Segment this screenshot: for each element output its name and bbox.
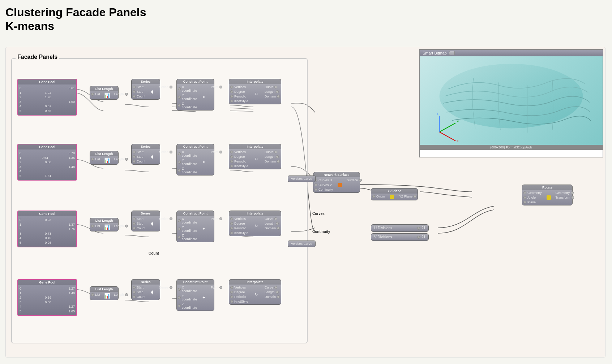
interpolate-3-label: Interpolate [229,211,281,216]
facade-panels-group: Facade Panels Gene Pool 00.61 11.24 21.2… [11,58,308,343]
gene-pool-1[interactable]: Gene Pool 00.61 11.24 21.26 31.60 40.67 … [17,79,77,116]
main-canvas: Facade Panels Gene Pool 00.61 11.24 21.2… [5,47,605,358]
interpolate-3[interactable]: Interpolate Vertices Degree Periodic Kno… [229,211,281,236]
series-4[interactable]: Series Start Step Count ⧫ Series [131,279,160,300]
vertices-curve-2: Vertices Curve [288,240,316,247]
construct-point-1-label: Construct Point [177,79,214,84]
construct-point-4[interactable]: Construct Point X coordinate Y coordinat… [176,279,214,311]
smart-bitmap-window[interactable]: Smart Bitmap [419,49,603,157]
construct-point-3-label: Construct Point [177,211,214,216]
network-surface-label: Network Surface [313,172,360,177]
list-length-4[interactable]: List Length List 📊 Length [90,286,119,300]
smart-bitmap-close-btn[interactable] [449,51,455,55]
gene-pool-1-label: Gene Pool [18,79,76,84]
gene-pool-1-values: 00.61 11.24 21.26 31.60 40.67 50.86 [20,86,75,113]
series-2[interactable]: Series Start Step Count ⧫ Series [131,144,160,165]
u-divisions-node[interactable]: U Divisions 21 [371,224,429,232]
interpolate-4-label: Interpolate [229,280,281,285]
svg-text:z: z [437,112,438,116]
series-2-label: Series [132,144,160,149]
gene-pool-4-values: 01.27 11.48 20.39 30.88 41.27 51.65 [20,286,75,314]
smart-bitmap-footer: (600x300) Format32bppArgb [420,145,603,150]
page-title: Clustering Facade Panels K-means [5,5,146,33]
list-length-1[interactable]: List Length List 📊 Length [90,86,119,100]
construct-point-2-label: Construct Point [177,144,214,149]
interpolate-2-label: Interpolate [229,144,281,149]
smart-bitmap-title-bar[interactable]: Smart Bitmap [420,50,603,56]
count-label: Count [149,251,159,255]
interpolate-1[interactable]: Interpolate Vertices Degree Periodic Kno… [229,79,281,104]
gene-pool-2[interactable]: Gene Pool 00.70 10.541.35 20.80 31.48 4 … [17,144,77,181]
construct-point-1[interactable]: Construct Point X coordinate Y coordinat… [176,79,214,110]
gene-pool-4[interactable]: Gene Pool 01.27 11.48 20.39 30.88 41.27 … [17,279,77,316]
list-length-2-label: List Length [90,151,118,156]
smart-bitmap-title-text: Smart Bitmap [423,51,447,55]
series-1-label: Series [132,79,160,84]
list-length-2[interactable]: List Length List 📊 Length [90,151,119,165]
svg-text:y: y [457,119,459,123]
series-4-label: Series [132,280,160,285]
gene-pool-3-values: 00.23 11.37 21.76 30.73 40.49 50.26 [20,218,75,245]
svg-line-2 [440,132,456,141]
list-length-1-label: List Length [90,86,118,91]
v-divisions-node[interactable]: V Divisions 21 [371,233,429,241]
interpolate-2[interactable]: Interpolate Vertices Degree Periodic Kno… [229,144,281,169]
gene-pool-2-label: Gene Pool [18,144,76,150]
u-divisions-value: 21 [421,226,425,230]
interpolate-1-label: Interpolate [229,79,281,84]
u-divisions-label: U Divisions [374,226,392,230]
rotate-label: Rotate [522,185,572,190]
rotate-node[interactable]: Rotate Geometry Angle Plane Geometry Tra… [522,185,573,205]
series-1[interactable]: Series Start Step Count ⧫ Series [131,79,160,100]
curves-label: Curves [312,212,325,216]
vertices-curve-1: Vertices Curve [288,176,316,182]
yz-plane-node[interactable]: YZ Plane Origin YZ Plane [371,188,418,200]
gene-pool-3[interactable]: Gene Pool 00.23 11.37 21.76 30.73 40.49 … [17,211,77,247]
interpolate-4[interactable]: Interpolate Vertices Degree Periodic Kno… [229,279,281,305]
svg-line-1 [440,123,456,132]
construct-point-3[interactable]: Construct Point X coordinate Y coordinat… [176,211,214,242]
gene-pool-2-values: 00.70 10.541.35 20.80 31.48 4 51.31 [20,151,75,178]
facade-panels-label: Facade Panels [16,54,59,60]
svg-text:x: x [457,139,458,143]
continuity-label: Continuity [312,230,330,234]
list-length-3[interactable]: List Length List 📊 Length [90,218,119,231]
network-surface-node[interactable]: Network Surface Curves U Curves V Contin… [313,172,360,193]
gene-pool-4-label: Gene Pool [18,280,76,285]
v-divisions-label: V Divisions [374,235,392,239]
list-length-3-label: List Length [90,218,118,223]
v-divisions-value: 21 [421,235,425,239]
surface-svg: y x z [420,56,603,145]
yz-plane-label: YZ Plane [371,188,418,194]
smart-bitmap-canvas: y x z [420,56,603,145]
construct-point-2[interactable]: Construct Point X coordinate Y coordinat… [176,144,214,176]
construct-point-4-label: Construct Point [177,280,214,285]
list-length-4-label: List Length [90,287,118,292]
series-3[interactable]: Series Start Step Count ⧫ Series [131,211,160,231]
series-3-label: Series [132,211,160,216]
gene-pool-3-label: Gene Pool [18,211,76,216]
